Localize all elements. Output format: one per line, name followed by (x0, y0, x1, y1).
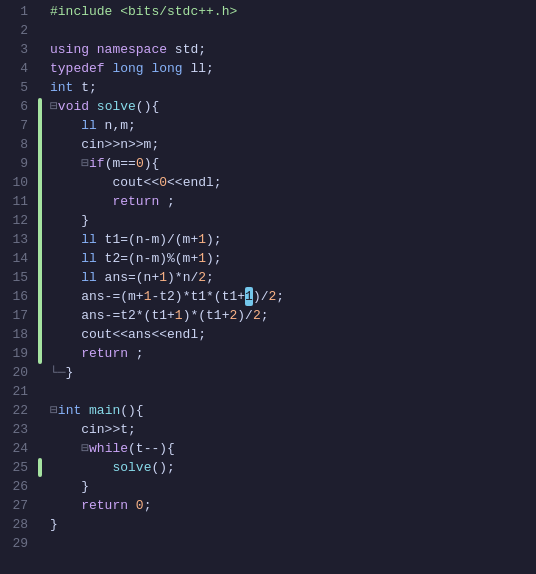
token: ll (50, 230, 105, 249)
token: 1 (198, 230, 206, 249)
code-line-24: ⊟while(t--){ (50, 439, 536, 458)
token (50, 192, 112, 211)
code-line-27: return 0; (50, 496, 536, 515)
token: long long (112, 59, 190, 78)
token: ans-=t2*(t1+ (50, 306, 175, 325)
token: ; (261, 306, 269, 325)
token: 1 (159, 268, 167, 287)
token: ); (206, 249, 222, 268)
code-line-8: cin>>n>>m; (50, 135, 536, 154)
token (50, 154, 81, 173)
code-line-21 (50, 382, 536, 401)
token-highlight: 1 (245, 287, 253, 306)
code-line-26: } (50, 477, 536, 496)
token: void (58, 97, 97, 116)
token: )*n/ (167, 268, 198, 287)
token: ans=(n+ (105, 268, 160, 287)
token: ; (276, 287, 284, 306)
code-line-22: ⊟int main(){ (50, 401, 536, 420)
code-line-11: return ; (50, 192, 536, 211)
token (50, 344, 81, 363)
token: (); (151, 458, 174, 477)
token: solve (97, 97, 136, 116)
token: ll (50, 249, 105, 268)
token: )/ (253, 287, 269, 306)
token: while (89, 439, 128, 458)
token: (m== (105, 154, 136, 173)
token: 0 (136, 496, 144, 515)
token: t; (81, 78, 97, 97)
token (128, 496, 136, 515)
fold-icon[interactable]: ⊟ (50, 401, 58, 420)
code-line-13: ll t1=(n-m)/(m+1); (50, 230, 536, 249)
token: ans-=(m+ (50, 287, 144, 306)
code-line-29 (50, 534, 536, 553)
code-line-6: ⊟void solve(){ (50, 97, 536, 116)
token: 2 (229, 306, 237, 325)
token: ; (144, 496, 152, 515)
code-line-12: } (50, 211, 536, 230)
token: std; (175, 40, 206, 59)
code-line-14: ll t2=(n-m)%(m+1); (50, 249, 536, 268)
code-line-3: using namespace std; (50, 40, 536, 59)
token: } (50, 211, 89, 230)
token: (t--){ (128, 439, 175, 458)
fold-marker-while (38, 458, 42, 477)
gutter (36, 0, 46, 574)
code-line-18: cout<<ans<<endl; (50, 325, 536, 344)
code-line-17: ans-=t2*(t1+1)*(t1+2)/2; (50, 306, 536, 325)
token: } (50, 477, 89, 496)
token (50, 439, 81, 458)
token: )*(t1+ (183, 306, 230, 325)
token: cout<<ans<<endl; (50, 325, 206, 344)
code-line-4: typedef long long ll; (50, 59, 536, 78)
code-editor: 1 2 3 4 5 6 7 8 9 10 11 12 13 14 15 16 1… (0, 0, 536, 574)
token: namespace (97, 40, 175, 59)
token: t2=(n-m)%(m+ (105, 249, 199, 268)
code-line-19: return ; (50, 344, 536, 363)
token: 0 (159, 173, 167, 192)
token: int (58, 401, 89, 420)
code-line-20: └─} (50, 363, 536, 382)
token: return (81, 496, 128, 515)
code-line-25: solve(); (50, 458, 536, 477)
token: 0 (136, 154, 144, 173)
code-line-2 (50, 21, 536, 40)
code-line-23: cin>>t; (50, 420, 536, 439)
token: 1 (198, 249, 206, 268)
token: ; (159, 192, 175, 211)
code-line-1: #include <bits/stdc++.h> (50, 2, 536, 21)
code-content: #include <bits/stdc++.h> using namespace… (46, 0, 536, 574)
code-line-9: ⊟if(m==0){ (50, 154, 536, 173)
fold-icon[interactable]: ⊟ (81, 439, 89, 458)
token: cin>>n>>m; (50, 135, 159, 154)
line-numbers: 1 2 3 4 5 6 7 8 9 10 11 12 13 14 15 16 1… (0, 0, 36, 574)
code-line-5: int t; (50, 78, 536, 97)
code-line-7: ll n,m; (50, 116, 536, 135)
token: <<endl; (167, 173, 222, 192)
code-line-16: ans-=(m+1-t2)*t1*(t1+1)/2; (50, 287, 536, 306)
token: cout<< (50, 173, 159, 192)
token: ); (206, 230, 222, 249)
token: )/ (237, 306, 253, 325)
token: ll (50, 116, 105, 135)
token: t1=(n-m)/(m+ (105, 230, 199, 249)
token: } (66, 363, 74, 382)
fold-marker-solve (38, 98, 42, 364)
token: 2 (253, 306, 261, 325)
token: } (50, 515, 58, 534)
token: 1 (175, 306, 183, 325)
token: if (89, 154, 105, 173)
code-line-15: ll ans=(n+1)*n/2; (50, 268, 536, 287)
token: ){ (144, 154, 160, 173)
token: ; (128, 344, 144, 363)
token: main (89, 401, 120, 420)
token: ; (206, 268, 214, 287)
token: 1 (144, 287, 152, 306)
token: cin>>t; (50, 420, 136, 439)
fold-icon[interactable]: ⊟ (50, 97, 58, 116)
token: ll (50, 268, 105, 287)
fold-end-icon: └─ (50, 363, 66, 382)
token: ll; (190, 59, 213, 78)
fold-icon[interactable]: ⊟ (81, 154, 89, 173)
